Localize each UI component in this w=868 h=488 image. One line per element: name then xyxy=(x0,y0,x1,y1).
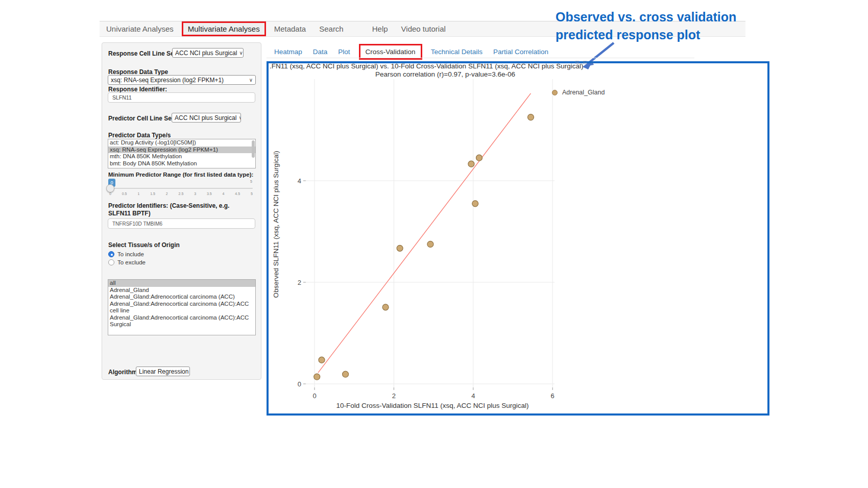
slider-tick-label: 0.5 xyxy=(122,192,127,196)
nav-item-multivariate-analyses[interactable]: Multivariate Analyses xyxy=(182,21,266,36)
slider-tick-label: 4 xyxy=(223,192,225,196)
list-option-adrenal-gland-adrenocortical-carcinoma-a[interactable]: Adrenal_Gland:Adrenocortical carcinoma (… xyxy=(108,301,255,314)
slider-tick-label: 0 xyxy=(109,192,111,196)
slider-tick-label: 1.5 xyxy=(150,192,155,196)
data-point[interactable] xyxy=(476,155,483,161)
tab-cross-validation[interactable]: Cross-Validation xyxy=(359,44,422,60)
y-tick-label: 4 xyxy=(298,177,301,185)
y-tick-label: 2 xyxy=(298,279,301,286)
data-point[interactable] xyxy=(472,201,478,207)
plot-legend[interactable]: Adrenal_Gland xyxy=(552,89,605,96)
response-identifier-value: SLFN11 xyxy=(112,94,132,101)
legend-marker-icon xyxy=(552,90,558,95)
min-predictor-range-label: Minimum Predictor Range (for first liste… xyxy=(108,172,253,178)
predictor-data-types-label: Predictor Data Type/s xyxy=(108,132,171,139)
x-tick-label: 6 xyxy=(551,392,554,400)
nav-item-metadata[interactable]: Metadata xyxy=(268,25,313,33)
x-tick-label: 4 xyxy=(471,392,475,400)
chevron-down-icon: ∨ xyxy=(249,77,253,83)
scrollbar[interactable] xyxy=(252,140,255,158)
tissue-listbox[interactable]: allAdrenal_GlandAdrenal_Gland:Adrenocort… xyxy=(108,279,256,335)
tissue-origin-label: Select Tissue/s of Origin xyxy=(108,241,180,249)
response-data-type-value: xsq: RNA-seq Expression (log2 FPKM+1) xyxy=(111,77,224,84)
nav-item-help[interactable]: Help xyxy=(366,25,395,33)
predictor-identifiers-label: Predictor Identifiers: (Case-Sensitive, … xyxy=(108,202,251,217)
tab-data[interactable]: Data xyxy=(313,48,328,56)
list-option-adrenal-gland-adrenocortical-carcinoma-a[interactable]: Adrenal_Gland:Adrenocortical carcinoma (… xyxy=(108,294,255,301)
radio-to-include[interactable]: To include xyxy=(108,250,210,258)
response-cell-line-set-select[interactable]: ACC NCI plus Surgical ∨ xyxy=(172,48,244,58)
annotation-line1: Observed vs. cross validation xyxy=(556,8,801,26)
radio-label: To exclude xyxy=(117,259,146,265)
response-identifier-input[interactable]: SLFN11 xyxy=(108,92,255,103)
tab-heatmap[interactable]: Heatmap xyxy=(274,48,302,56)
list-option-all[interactable]: all xyxy=(108,280,255,287)
data-point[interactable] xyxy=(528,114,534,120)
list-option-mth-dna-850k-methylation[interactable]: mth: DNA 850K Methylation xyxy=(108,153,255,160)
slider-tick-label: 1 xyxy=(137,192,139,196)
algorithm-label: Algorithm xyxy=(108,369,137,376)
predictor-identifiers-input[interactable]: TNFRSF10D TMBIM6 xyxy=(108,218,255,229)
slider-max-label: 5 xyxy=(250,180,252,183)
data-point[interactable] xyxy=(319,357,325,363)
chevron-down-icon: ∨ xyxy=(239,50,243,56)
slider-tick-label: 2 xyxy=(166,192,168,196)
radio-button-icon[interactable] xyxy=(108,251,114,257)
list-option-xsq-rna-seq-expression-log2-fpkm-1[interactable]: xsq: RNA-seq Expression (log2 FPKM+1) xyxy=(108,147,255,154)
slider-tick-label: 5 xyxy=(251,192,253,196)
range-slider-track[interactable] xyxy=(109,188,253,189)
predictor-cell-line-set-select[interactable]: ACC NCI plus Surgical ∨ xyxy=(172,113,241,123)
data-point[interactable] xyxy=(397,245,403,251)
radio-label: To include xyxy=(117,251,144,257)
tab-plot[interactable]: Plot xyxy=(338,48,350,56)
slider-tick-label: 4.5 xyxy=(235,192,240,196)
tab-divider xyxy=(267,58,694,58)
results-tab-bar: HeatmapDataPlotCross-ValidationTechnical… xyxy=(274,45,548,58)
radio-to-exclude[interactable]: To exclude xyxy=(108,258,210,266)
predictor-identifiers-value: TNFRSF10D TMBIM6 xyxy=(112,221,162,227)
list-option-adrenal-gland-adrenocortical-carcinoma-a[interactable]: Adrenal_Gland:Adrenocortical carcinoma (… xyxy=(108,314,255,328)
response-cell-line-set-value: ACC NCI plus Surgical xyxy=(175,50,237,57)
data-point[interactable] xyxy=(427,241,433,247)
slider-tick-label: 2.5 xyxy=(179,192,184,196)
list-option-bmt-body-dna-850k-methylation[interactable]: bmt: Body DNA 850K Methylation xyxy=(108,160,255,167)
slider-tick-labels: 00.511.522.533.544.55 xyxy=(109,192,253,196)
algorithm-select[interactable]: Linear Regression ∨ xyxy=(136,367,190,376)
range-slider-handle[interactable] xyxy=(106,184,114,192)
predictor-cell-line-set-label: Predictor Cell Line Set xyxy=(108,115,174,122)
data-point[interactable] xyxy=(382,304,389,310)
list-option-adrenal-gland[interactable]: Adrenal_Gland xyxy=(108,287,255,294)
tab-partial-correlation[interactable]: Partial Correlation xyxy=(493,48,548,56)
x-tick-label: 2 xyxy=(392,392,396,400)
y-tick-label: 0 xyxy=(298,380,301,388)
x-tick-label: 0 xyxy=(312,392,316,400)
predictor-cell-line-set-value: ACC NCI plus Surgical xyxy=(175,114,236,121)
data-point[interactable] xyxy=(343,371,349,377)
nav-item-search[interactable]: Search xyxy=(312,25,350,33)
algorithm-value: Linear Regression xyxy=(139,368,188,375)
nav-item-univariate-analyses[interactable]: Univariate Analyses xyxy=(100,25,180,33)
slider-tick-label: 3 xyxy=(194,192,196,196)
predictor-data-types-listbox[interactable]: act: Drug Activity (-log10[IC50M])xsq: R… xyxy=(108,139,256,168)
nav-item-video-tutorial[interactable]: Video tutorial xyxy=(395,25,452,33)
response-identifier-label: Response Identifier: xyxy=(108,86,167,93)
tab-technical-details[interactable]: Technical Details xyxy=(431,48,483,56)
radio-button-icon[interactable] xyxy=(108,259,114,265)
regression-line xyxy=(318,93,531,373)
data-point[interactable] xyxy=(468,161,474,167)
list-option-act-drug-activity-log10-ic50m[interactable]: act: Drug Activity (-log10[IC50M]) xyxy=(108,139,255,147)
response-data-type-select[interactable]: xsq: RNA-seq Expression (log2 FPKM+1) ∨ xyxy=(108,75,256,85)
chevron-down-icon: ∨ xyxy=(238,115,241,120)
data-point[interactable] xyxy=(314,374,320,380)
response-data-type-label: Response Data Type xyxy=(108,68,168,76)
response-cell-line-set-label: Response Cell Line Set xyxy=(108,50,176,57)
tissue-origin-radio-group: To includeTo exclude xyxy=(108,250,210,266)
cross-validation-scatter-plot[interactable]: 0246024 xyxy=(268,63,768,413)
analysis-settings-panel: Response Cell Line Set ACC NCI plus Surg… xyxy=(102,42,261,380)
slider-tick-label: 3.5 xyxy=(207,192,212,196)
legend-label: Adrenal_Gland xyxy=(562,89,605,96)
